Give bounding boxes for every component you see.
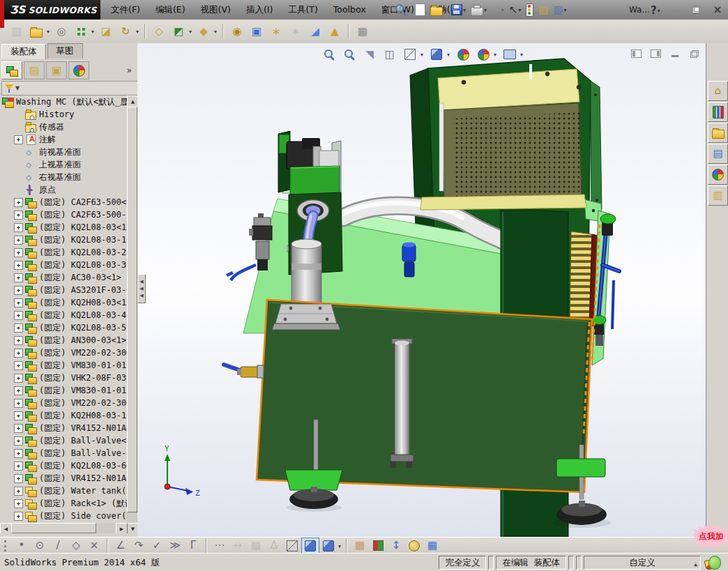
- new-window-button[interactable]: ▣: [247, 22, 266, 41]
- display-style-button[interactable]: ▾: [427, 45, 446, 63]
- expand-icon[interactable]: +: [14, 248, 23, 257]
- corner-rectangle-button[interactable]: Γ: [184, 538, 202, 554]
- save-button[interactable]: ▾: [449, 1, 468, 19]
- model-yellow-sill[interactable]: [420, 195, 586, 210]
- expand-icon[interactable]: +: [14, 487, 23, 496]
- restore-button[interactable]: [688, 48, 701, 59]
- expand-icon[interactable]: +: [14, 399, 23, 408]
- angle-snap-button[interactable]: Δ: [265, 538, 283, 554]
- expand-icon[interactable]: +: [14, 499, 23, 508]
- tree-item[interactable]: +(固定) KQ2L08-03-5<1> (: [0, 321, 128, 334]
- expand-icon[interactable]: +: [14, 361, 23, 370]
- grid-snap-button[interactable]: ▦: [247, 538, 265, 554]
- tree-item[interactable]: 传感器: [0, 121, 128, 133]
- tree-item[interactable]: +(固定) VM220-02-30G<1>: [0, 347, 128, 359]
- tree-item[interactable]: +(固定) AN300-03<1> (默认: [0, 334, 128, 347]
- dock-left-button[interactable]: [630, 48, 642, 59]
- expand-icon[interactable]: +: [14, 462, 23, 471]
- expand-icon[interactable]: +: [14, 286, 23, 295]
- explode-line-sketch-button[interactable]: ∗: [286, 22, 305, 41]
- restore-button[interactable]: [689, 2, 704, 16]
- tree-item[interactable]: +(固定) VM830-01-01-1<1>: [0, 384, 128, 397]
- tree-item[interactable]: 上视基准面: [0, 158, 128, 171]
- model-pump-flange[interactable]: [272, 304, 340, 330]
- tab-assembly[interactable]: 装配体: [1, 44, 46, 59]
- rebuild-button[interactable]: [524, 1, 536, 19]
- hscroll-thumb[interactable]: [11, 523, 96, 533]
- view-palette-button[interactable]: ▤: [708, 144, 728, 164]
- tree-item[interactable]: +(固定) AS3201F-03-08<1>: [0, 284, 128, 296]
- polygon-button[interactable]: ◇: [67, 538, 85, 554]
- menu-toolbox[interactable]: Toolbox: [326, 1, 374, 18]
- panel-splitter[interactable]: ◀◀◀: [137, 274, 146, 303]
- vscroll-thumb[interactable]: [127, 107, 137, 512]
- panel-tabs-overflow[interactable]: »: [127, 66, 132, 75]
- tree-item[interactable]: +(固定) KQ2L08-03-4<1> (: [0, 309, 128, 321]
- scene-button[interactable]: ▾: [474, 45, 492, 63]
- magnify-button[interactable]: ◥: [361, 45, 379, 63]
- tree-item[interactable]: +(固定) KQ2L08-03-6<1> (: [0, 459, 128, 472]
- expand-icon[interactable]: +: [14, 198, 23, 207]
- tree-item[interactable]: 右视基准面: [0, 171, 128, 183]
- tree-item[interactable]: +(固定) VR4152-N01A-0<1>: [0, 422, 128, 434]
- trim-entities-button[interactable]: ×: [85, 538, 103, 554]
- tree-filter-bar[interactable]: ▼: [1, 81, 138, 96]
- motion-study-button[interactable]: ◉: [227, 22, 247, 41]
- move-component-button[interactable]: ◇: [149, 22, 169, 41]
- expand-icon[interactable]: +: [14, 336, 23, 345]
- belt-chain-button[interactable]: ◢: [305, 22, 325, 41]
- convert-entities-button[interactable]: ✓: [148, 538, 166, 554]
- tree-item[interactable]: 前视基准面: [0, 146, 128, 158]
- menu-f[interactable]: 文件(F): [103, 1, 148, 18]
- zoom-fit-button[interactable]: [320, 45, 338, 63]
- tree-item[interactable]: +(固定) CA2F63-500-1<1>: [0, 208, 128, 221]
- tree-item[interactable]: +注解: [0, 133, 128, 146]
- assembly-features-button[interactable]: ◩▾: [169, 22, 188, 41]
- reverse-direction-button[interactable]: ↕: [387, 538, 405, 554]
- wireframe-button[interactable]: [283, 538, 301, 554]
- propertymanager-tab[interactable]: ▤: [24, 61, 45, 79]
- menu-v[interactable]: 视图(V): [193, 1, 238, 18]
- attachments-button[interactable]: ◎: [52, 22, 71, 41]
- exploded-view-button[interactable]: ∗: [266, 22, 286, 41]
- custom-cell[interactable]: 自定义▲: [584, 556, 701, 570]
- minimize-button[interactable]: [669, 48, 681, 59]
- featuremanager-tab[interactable]: [1, 61, 22, 79]
- tree-item[interactable]: 原点: [0, 183, 128, 196]
- smart-dimension-button[interactable]: ↔: [229, 538, 247, 554]
- expand-icon[interactable]: +: [14, 386, 23, 395]
- tree-item[interactable]: +(固定) CA2F63-500<1> (默: [0, 196, 128, 208]
- configurationmanager-tab[interactable]: ▣: [46, 61, 67, 79]
- open-component-button[interactable]: ▾: [26, 22, 46, 41]
- tree-item[interactable]: +(固定) KQ2H08-03<1> (默: [0, 296, 128, 309]
- point-button[interactable]: •: [13, 538, 31, 554]
- mascot-icon[interactable]: [703, 556, 727, 570]
- expand-icon[interactable]: +: [14, 236, 23, 245]
- expand-icon[interactable]: +: [14, 374, 23, 383]
- line-button[interactable]: /: [49, 538, 67, 554]
- construction-geometry-button[interactable]: ⋯: [211, 538, 229, 554]
- graphics-viewport[interactable]: Y Z ◥◫▾▾▾▾ ×: [137, 43, 706, 537]
- expand-icon[interactable]: +: [14, 436, 23, 446]
- expand-icon[interactable]: +: [14, 211, 23, 220]
- expand-icon[interactable]: +: [14, 424, 23, 433]
- measure-button[interactable]: [405, 538, 423, 554]
- expand-icon[interactable]: +: [14, 311, 23, 320]
- minimize-button[interactable]: [668, 2, 683, 16]
- tree-item[interactable]: +(固定) VM220-02-30G-1<1: [0, 397, 128, 409]
- appearances-pane-button[interactable]: [708, 165, 728, 185]
- menu-i[interactable]: 插入(I): [238, 1, 280, 18]
- view-orientation-button[interactable]: ▾: [401, 45, 419, 63]
- expand-icon[interactable]: +: [14, 474, 23, 483]
- tree-horizontal-scrollbar[interactable]: ◀ ▶: [0, 523, 127, 533]
- view-settings-button[interactable]: ▾: [501, 45, 519, 63]
- tree-vertical-scrollbar[interactable]: ▲ ▼: [127, 96, 137, 534]
- circle-button[interactable]: ⊙: [31, 538, 49, 554]
- tree-item[interactable]: +(固定) KQ2L08-03-1<1> (: [0, 234, 128, 246]
- open-document-button[interactable]: ▾: [428, 1, 448, 19]
- search-icon[interactable]: [395, 3, 407, 16]
- menu-t[interactable]: 工具(T): [280, 1, 325, 18]
- sketch-fillet-button[interactable]: ∠: [112, 538, 130, 554]
- dock-right-button[interactable]: [649, 48, 662, 59]
- tree-item[interactable]: +(固定) VM830-01-01<1> (: [0, 359, 128, 372]
